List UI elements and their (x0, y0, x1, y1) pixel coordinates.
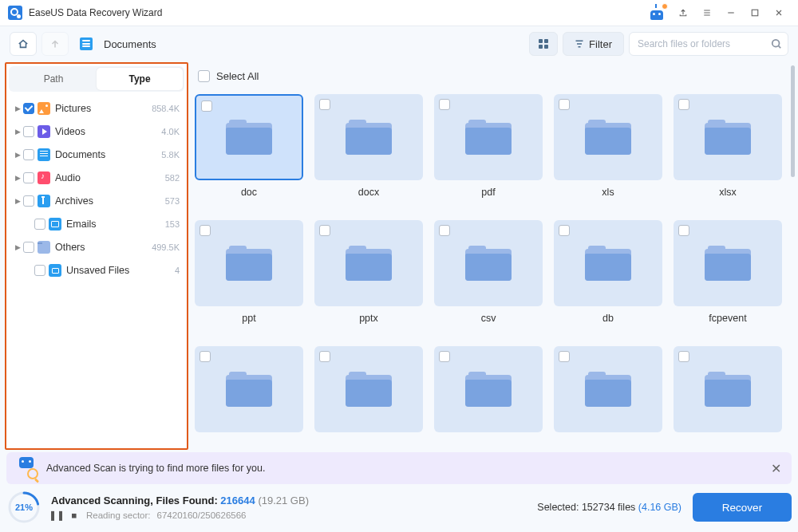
folder-tile-pdf[interactable]: pdf (434, 94, 543, 198)
tile-checkbox[interactable] (319, 351, 330, 362)
folder-grid: docdocxpdfxlsxlsxpptpptxcsvdbfcpevent (195, 94, 790, 439)
sidebar-item-emails[interactable]: Emails153 (10, 212, 183, 235)
folder-icon (585, 120, 631, 155)
category-checkbox[interactable] (23, 172, 34, 183)
sidebar-item-others[interactable]: ▶Others499.5K (10, 235, 183, 258)
tile-checkbox[interactable] (678, 225, 689, 236)
search-input[interactable] (629, 32, 788, 56)
recover-button[interactable]: Recover (693, 493, 792, 522)
selected-size: (4.16 GB) (638, 502, 681, 513)
tile-label: pdf (434, 187, 543, 198)
folder-icon (705, 246, 751, 281)
category-count: 4 (175, 266, 180, 275)
category-count: 582 (165, 173, 180, 183)
home-button[interactable] (10, 32, 37, 56)
grid-view-toggle[interactable] (529, 32, 558, 56)
sidebar-item-pictures[interactable]: ▶Pictures858.4K (10, 97, 183, 120)
category-checkbox[interactable] (34, 265, 45, 276)
expand-icon[interactable]: ▶ (14, 197, 22, 205)
category-checkbox[interactable] (23, 103, 34, 114)
tile-checkbox[interactable] (559, 225, 570, 236)
scrollbar-thumb[interactable] (791, 65, 795, 177)
category-checkbox[interactable] (23, 242, 34, 253)
close-button[interactable] (768, 3, 790, 22)
sidebar-item-videos[interactable]: ▶Videos4.0K (10, 120, 183, 143)
folder-tile-row3[interactable] (554, 346, 662, 439)
filter-button[interactable]: Filter (563, 32, 624, 56)
tile-checkbox[interactable] (678, 351, 689, 362)
category-count: 499.5K (152, 242, 180, 252)
folder-tile-xlsx[interactable]: xlsx (674, 94, 782, 198)
folder-tile-csv[interactable]: csv (434, 220, 543, 324)
assistant-robot-icon[interactable] (648, 6, 666, 20)
progress-ring: 21% (6, 490, 41, 525)
folder-icon (346, 246, 392, 281)
expand-icon[interactable]: ▶ (14, 128, 22, 136)
folder-tile-xls[interactable]: xls (554, 94, 662, 198)
folder-tile-doc[interactable]: doc (195, 94, 303, 198)
folder-tile-row3[interactable] (195, 346, 303, 439)
up-button[interactable] (41, 32, 69, 56)
folder-icon (346, 372, 392, 407)
sidebar-item-documents[interactable]: ▶Documents5.8K (10, 143, 183, 166)
expand-icon[interactable]: ▶ (14, 243, 22, 251)
folder-tile-db[interactable]: db (554, 220, 662, 324)
app-title: EaseUS Data Recovery Wizard (29, 7, 162, 18)
sector-value: 67420160/250626566 (157, 510, 247, 520)
search-icon (771, 38, 782, 49)
category-count: 4.0K (161, 127, 180, 136)
tile-checkbox[interactable] (439, 351, 450, 362)
tile-checkbox[interactable] (439, 99, 450, 110)
tile-checkbox[interactable] (201, 100, 212, 112)
folder-tile-row3[interactable] (434, 346, 543, 439)
notification-dot-icon (662, 3, 668, 10)
folder-tile-row3[interactable] (314, 346, 423, 439)
folder-icon (226, 246, 272, 281)
scan-info: Advanced Scanning, Files Found: 216644 (… (51, 495, 309, 521)
folder-tile-fcpevent[interactable]: fcpevent (674, 220, 782, 324)
expand-icon[interactable]: ▶ (14, 174, 22, 182)
folder-tile-ppt[interactable]: ppt (195, 220, 303, 324)
sidebar-item-audio[interactable]: ▶Audio582 (10, 166, 183, 189)
tile-checkbox[interactable] (319, 99, 330, 110)
category-checkbox[interactable] (23, 126, 34, 137)
folder-tile-docx[interactable]: docx (314, 94, 423, 198)
banner-close-button[interactable]: ✕ (768, 461, 784, 476)
tile-checkbox[interactable] (439, 225, 450, 236)
tab-type[interactable]: Type (97, 68, 183, 90)
category-checkbox[interactable] (23, 195, 34, 207)
select-all-row[interactable]: Select All (195, 64, 790, 88)
tile-checkbox[interactable] (559, 99, 570, 110)
category-checkbox[interactable] (23, 149, 34, 160)
folder-icon (226, 120, 272, 155)
pic-icon (38, 102, 50, 115)
tile-checkbox[interactable] (200, 351, 211, 362)
sidebar-item-unsaved-files[interactable]: Unsaved Files4 (10, 258, 183, 282)
sidebar-item-archives[interactable]: ▶Archives573 (10, 189, 183, 212)
documents-icon (80, 37, 93, 50)
folder-tile-pptx[interactable]: pptx (314, 220, 423, 324)
tile-checkbox[interactable] (559, 351, 570, 362)
tile-checkbox[interactable] (200, 225, 211, 236)
select-all-checkbox[interactable] (198, 70, 210, 82)
tile-checkbox[interactable] (319, 225, 330, 236)
breadcrumb[interactable]: Documents (104, 38, 156, 50)
menu-button[interactable] (696, 3, 718, 22)
banner-text: Advanced Scan is trying to find more fil… (46, 463, 265, 474)
category-checkbox[interactable] (34, 219, 45, 230)
expand-icon[interactable]: ▶ (14, 104, 22, 112)
pause-button[interactable]: ❚❚ (51, 510, 62, 521)
maximize-button[interactable] (744, 3, 766, 22)
scrollbar-track[interactable] (791, 65, 795, 447)
category-label: Documents (55, 149, 161, 160)
stop-button[interactable]: ■ (69, 510, 80, 520)
minimize-button[interactable] (720, 3, 742, 22)
folder-icon (346, 120, 392, 155)
folder-tile-row3[interactable] (674, 346, 782, 439)
svg-rect-0 (752, 10, 758, 16)
tab-path[interactable]: Path (10, 68, 97, 90)
tile-label: xlsx (674, 187, 782, 198)
share-button[interactable] (672, 3, 694, 22)
tile-checkbox[interactable] (678, 99, 689, 110)
expand-icon[interactable]: ▶ (14, 151, 22, 159)
